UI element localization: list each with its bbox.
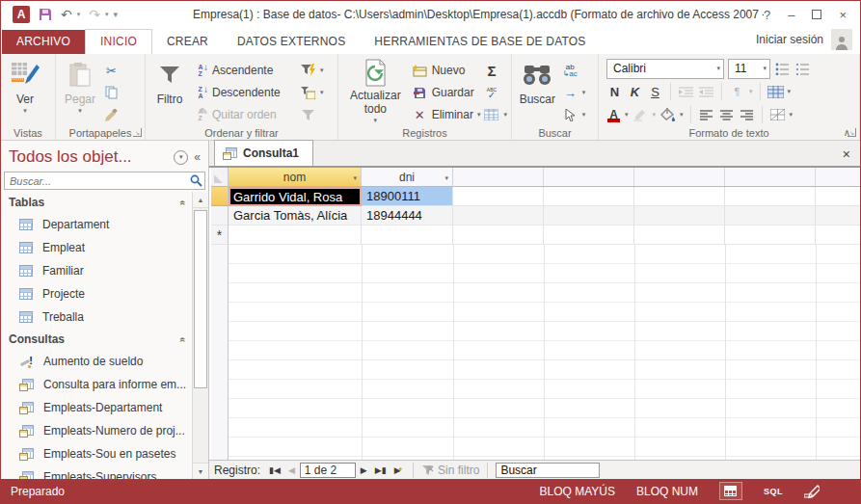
nav-pane-menu-icon[interactable]: ▾: [174, 150, 188, 165]
font-size-combo[interactable]: 11▾: [728, 59, 770, 79]
close-icon[interactable]: ×: [839, 8, 847, 22]
scroll-down-icon[interactable]: ▼: [193, 463, 208, 479]
save-record-button[interactable]: Guardar: [412, 82, 481, 103]
nav-search-input[interactable]: [10, 175, 190, 187]
font-color-button[interactable]: A: [606, 108, 621, 121]
selection-filter-button[interactable]: ▾: [300, 60, 329, 81]
sign-in-link[interactable]: Iniciar sesión: [756, 33, 823, 46]
select-button[interactable]: ▾: [562, 104, 594, 125]
cut-button[interactable]: ✂: [103, 60, 120, 81]
copy-button[interactable]: [103, 82, 120, 103]
column-header-nom[interactable]: nom ▾: [229, 168, 362, 187]
first-record-icon[interactable]: ▮◀: [266, 465, 283, 475]
close-document-icon[interactable]: ×: [843, 146, 850, 162]
nav-pane-collapse-icon[interactable]: «: [194, 150, 201, 164]
new-cell-nom[interactable]: [229, 225, 362, 245]
background-color-icon[interactable]: [659, 107, 676, 122]
column-dropdown-icon[interactable]: ▾: [444, 174, 448, 182]
new-record-button[interactable]: Nuevo: [412, 60, 481, 81]
refresh-all-button[interactable]: Actualizar todo ▾: [342, 57, 409, 124]
view-dropdown-icon[interactable]: ▾: [23, 107, 27, 115]
replace-button[interactable]: ab ↳ac: [562, 60, 594, 81]
align-right-icon[interactable]: [739, 107, 755, 122]
align-center-icon[interactable]: [718, 107, 735, 122]
section-collapse-icon[interactable]: «: [178, 336, 189, 342]
tab-herramientas[interactable]: HERRAMIENTAS DE BASE DE DATOS: [360, 30, 600, 54]
advanced-filter-button[interactable]: ▾: [300, 82, 329, 103]
more-records-button[interactable]: ▾: [483, 104, 507, 125]
totals-button[interactable]: Σ: [483, 60, 507, 81]
help-icon[interactable]: ?: [764, 8, 770, 22]
sidebar-item-empleats-supervisors[interactable]: Empleats-Supervisors: [1, 465, 192, 479]
new-record-selector[interactable]: *: [211, 225, 229, 245]
design-view-button[interactable]: [804, 485, 820, 498]
search-magnifier-icon[interactable]: [190, 174, 202, 187]
user-avatar[interactable]: [831, 29, 852, 50]
tab-inicio[interactable]: INICIO: [85, 29, 152, 54]
sidebar-item-empleats-numero[interactable]: Empleats-Numero de proj...: [1, 419, 192, 442]
gridline-style-icon[interactable]: [769, 107, 786, 122]
find-button[interactable]: Buscar: [516, 57, 559, 124]
next-record-icon[interactable]: ▶: [358, 465, 370, 475]
sort-ascending-button[interactable]: AZ↓ Ascendente: [193, 60, 297, 81]
nav-pane-title[interactable]: Todos los objet...: [9, 147, 174, 167]
datasheet-view-button[interactable]: [719, 482, 742, 500]
tab-datos-externos[interactable]: DATOS EXTERNOS: [223, 30, 360, 54]
sidebar-item-treballa[interactable]: Treballa: [1, 305, 192, 329]
cell-nom-1[interactable]: Garrido Vidal, Rosa: [229, 187, 362, 206]
numbering-icon[interactable]: [794, 61, 811, 76]
section-collapse-icon[interactable]: «: [178, 199, 189, 205]
record-selector[interactable]: [211, 187, 229, 206]
new-blank-record-icon[interactable]: ▶*: [391, 465, 405, 475]
select-all-corner[interactable]: [211, 168, 229, 187]
sql-view-button[interactable]: SQL: [764, 487, 783, 496]
font-name-combo[interactable]: Calibri▾: [606, 59, 724, 79]
italic-button[interactable]: K: [627, 85, 643, 99]
maximize-icon[interactable]: [812, 10, 821, 19]
minimize-icon[interactable]: –: [788, 8, 794, 22]
record-position-box[interactable]: 1 de 2: [300, 463, 356, 478]
undo-icon[interactable]: ↶: [61, 8, 72, 21]
underline-button[interactable]: S: [647, 85, 663, 99]
delete-record-button[interactable]: ✕ Eliminar ▾: [412, 104, 481, 125]
tab-crear[interactable]: CREAR: [152, 30, 223, 54]
sidebar-item-empleats-sou[interactable]: Empleats-Sou en pasetes: [1, 442, 192, 465]
new-cell-dni[interactable]: [362, 225, 453, 245]
sidebar-item-projecte[interactable]: Projecte: [1, 282, 192, 305]
cell-dni-1[interactable]: 18900111: [362, 187, 453, 206]
collapse-ribbon-icon[interactable]: ∧: [844, 127, 850, 138]
tab-consulta1[interactable]: Consulta1: [214, 140, 313, 166]
scroll-up-icon[interactable]: ▲: [193, 192, 208, 208]
column-dropdown-icon[interactable]: ▾: [353, 174, 357, 182]
undo-dropdown-icon[interactable]: ▾: [77, 11, 81, 18]
align-left-icon[interactable]: [698, 107, 714, 122]
gridlines-icon[interactable]: [767, 84, 784, 99]
sidebar-item-empleat[interactable]: Empleat: [1, 236, 192, 259]
view-button[interactable]: Ver ▾: [5, 57, 45, 124]
spelling-button[interactable]: ABC ✓: [483, 82, 507, 103]
sidebar-item-familiar[interactable]: Familiar: [1, 259, 192, 282]
cell-nom-2[interactable]: Garcia Tomàs, Alícia: [229, 206, 362, 225]
column-header-dni[interactable]: dni ▾: [362, 168, 453, 187]
nav-search-box[interactable]: [4, 172, 205, 190]
sidebar-item-departament[interactable]: Departament: [1, 213, 192, 236]
bold-button[interactable]: N: [606, 85, 623, 99]
sidebar-item-empleats-departament[interactable]: Empleats-Departament: [1, 396, 192, 419]
sort-descending-button[interactable]: ZA↓ Descendente: [193, 82, 297, 103]
tab-archivo[interactable]: ARCHIVO: [2, 30, 85, 54]
record-selector[interactable]: [211, 206, 229, 225]
section-consultas[interactable]: Consultas «: [1, 329, 192, 350]
section-tablas[interactable]: Tablas «: [1, 192, 192, 213]
redo-dropdown-icon[interactable]: ▾: [105, 11, 109, 18]
cell-dni-2[interactable]: 18944444: [362, 206, 453, 225]
scrollbar-thumb[interactable]: [194, 210, 207, 388]
last-record-icon[interactable]: ▶▮: [372, 465, 390, 475]
nav-pane-scrollbar[interactable]: ▲ ▼: [192, 192, 208, 479]
sidebar-item-consulta-informe[interactable]: Consulta para informe em...: [1, 373, 192, 396]
sidebar-item-aumento-de-sueldo[interactable]: ! Aumento de sueldo: [1, 350, 192, 373]
goto-button[interactable]: → ▾: [562, 82, 594, 103]
filter-button[interactable]: Filtro: [149, 57, 190, 124]
save-icon[interactable]: [39, 8, 52, 21]
record-search-input[interactable]: [496, 463, 600, 478]
customize-qat-icon[interactable]: ▾: [114, 10, 119, 19]
